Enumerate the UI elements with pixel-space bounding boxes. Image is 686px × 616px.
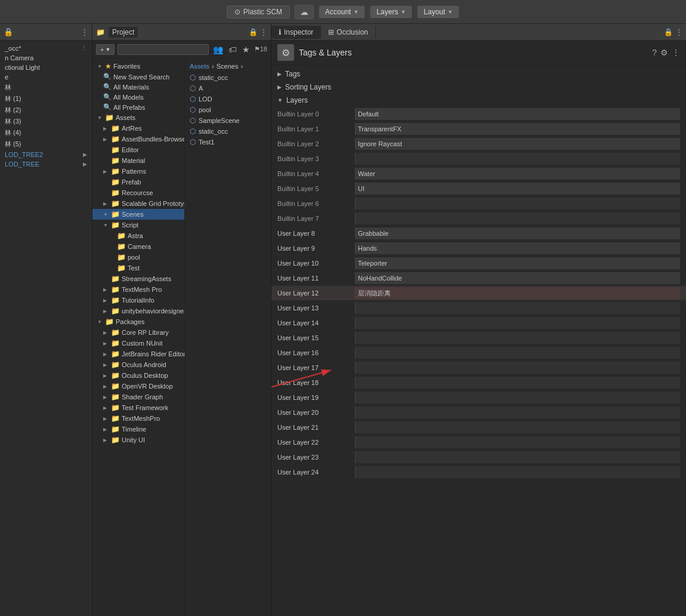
assetbundles-folder[interactable]: ▶ 📁 AssetBundles-Browser-m — [92, 134, 184, 144]
oculus-android-folder[interactable]: ▶ 📁 Oculus Android — [92, 359, 184, 370]
astra-folder[interactable]: ▶ 📁 Astra — [92, 230, 184, 241]
patterns-folder[interactable]: ▶ 📁 Patterns — [92, 166, 184, 177]
layer-input-15[interactable] — [355, 332, 680, 344]
cloud-button[interactable]: ☁ — [295, 5, 314, 19]
account-button[interactable]: Account ▼ — [319, 5, 365, 19]
more-icon[interactable]: ⋮ — [81, 28, 88, 36]
layer-input-6[interactable] — [355, 198, 680, 210]
left-item-camera[interactable]: n Camera — [0, 53, 92, 63]
tab-inspector[interactable]: ℹ Inspector — [271, 26, 321, 39]
more-icon[interactable]: ⋮ — [675, 28, 682, 36]
packages-header[interactable]: ▼ 📁 Packages — [92, 316, 184, 327]
layer-input-9[interactable] — [355, 242, 680, 254]
scene-static-occ[interactable]: ⬡ static_occ — [185, 72, 271, 83]
layer-input-16[interactable] — [355, 347, 680, 359]
pool-folder[interactable]: ▶ 📁 pool — [92, 252, 184, 263]
all-prefabs[interactable]: 🔍 All Prefabs — [92, 102, 184, 112]
material-folder[interactable]: ▶ 📁 Material — [92, 155, 184, 166]
scenes-folder[interactable]: ▼ 📁 Scenes — [92, 209, 184, 220]
all-materials[interactable]: 🔍 All Materials — [92, 82, 184, 92]
jetbrains-folder[interactable]: ▶ 📁 JetBrains Rider Editor — [92, 349, 184, 359]
help-icon[interactable]: ? — [652, 48, 657, 57]
unityui-folder[interactable]: ▶ 📁 Unity UI — [92, 435, 184, 445]
search-input[interactable] — [118, 44, 208, 55]
scene-pool[interactable]: ⬡ pool — [185, 104, 271, 115]
all-models[interactable]: 🔍 All Models — [92, 92, 184, 102]
more-icon[interactable]: ⋮ — [260, 28, 267, 36]
layer-input-0[interactable] — [355, 108, 680, 120]
scene-lod[interactable]: ⬡ LOD — [185, 94, 271, 104]
breadcrumb-scenes[interactable]: Scenes — [217, 63, 239, 70]
more-icon[interactable]: ⋮ — [672, 48, 680, 57]
coreRP-folder[interactable]: ▶ 📁 Core RP Library — [92, 327, 184, 338]
left-item-lin1[interactable]: 林 (1) — [0, 93, 92, 104]
layout-button[interactable]: Layout ▼ — [417, 5, 459, 19]
editor-folder[interactable]: ▶ 📁 Editor — [92, 144, 184, 155]
left-item-lod-tree[interactable]: LOD_TREE ▶ — [0, 159, 92, 169]
new-saved-search[interactable]: 🔍 New Saved Search — [92, 72, 184, 82]
layer-input-3[interactable] — [355, 153, 680, 165]
layer-input-7[interactable] — [355, 212, 680, 224]
oculus-desktop-folder[interactable]: ▶ 📁 Oculus Desktop — [92, 370, 184, 381]
tab-project[interactable]: Project — [109, 27, 138, 38]
recourcse-folder[interactable]: ▶ 📁 Recourcse — [92, 187, 184, 198]
layer-input-23[interactable] — [355, 451, 680, 463]
left-item-lin3[interactable]: 林 (3) — [0, 116, 92, 127]
layer-input-14[interactable] — [355, 317, 680, 329]
left-item-lin4[interactable]: 林 (4) — [0, 127, 92, 138]
left-item-light[interactable]: ctional Light — [0, 63, 92, 72]
scene-test1[interactable]: ⬡ Test1 — [185, 137, 271, 147]
prefab-folder[interactable]: ▶ 📁 Prefab — [92, 177, 184, 187]
shadergraph-folder[interactable]: ▶ 📁 Shader Graph — [92, 392, 184, 402]
openvr-folder[interactable]: ▶ 📁 OpenVR Desktop — [92, 381, 184, 392]
scene-sample[interactable]: ⬡ SampleScene — [185, 115, 271, 126]
layer-input-19[interactable] — [355, 392, 680, 404]
layer-input-17[interactable] — [355, 362, 680, 374]
tags-section-header[interactable]: ▶ Tags — [271, 67, 686, 81]
add-button[interactable]: + ▼ — [96, 44, 115, 55]
layers-button[interactable]: Layers ▼ — [370, 5, 412, 19]
layers-section-header[interactable]: ▼ Layers — [271, 94, 686, 107]
scene-static-occ2[interactable]: ⬡ static_occ — [185, 126, 271, 137]
settings-icon[interactable]: ⚙ — [660, 48, 668, 57]
left-item-lin[interactable]: 林 — [0, 82, 92, 93]
test-folder[interactable]: ▶ 📁 Test — [92, 263, 184, 273]
scene-a[interactable]: ⬡ A — [185, 83, 271, 94]
layer-input-18[interactable] — [355, 377, 680, 389]
sorting-layers-section-header[interactable]: ▶ Sorting Layers — [271, 81, 686, 94]
textmeshpro-folder[interactable]: ▶ 📁 TextMesh Pro — [92, 284, 184, 295]
layer-input-4[interactable] — [355, 168, 680, 180]
layer-input-21[interactable] — [355, 421, 680, 433]
layer-input-22[interactable] — [355, 436, 680, 448]
tab-occlusion[interactable]: ⊞ Occlusion — [321, 26, 376, 39]
more-icon[interactable]: ⋮ — [81, 44, 87, 52]
unity-behavior-folder[interactable]: ▶ 📁 unitybehaviordesigner-m — [92, 306, 184, 316]
breadcrumb-assets[interactable]: Assets — [190, 63, 209, 70]
customNunit-folder[interactable]: ▶ 📁 Custom NUnit — [92, 338, 184, 349]
left-item-lin5[interactable]: 林 (5) — [0, 138, 92, 150]
layer-input-10[interactable] — [355, 257, 680, 269]
layer-input-20[interactable] — [355, 406, 680, 418]
favorites-header[interactable]: ▼ ★ Favorites — [92, 61, 184, 72]
left-item-lod-tree2[interactable]: LOD_TREE2 ▶ — [0, 150, 92, 159]
timeline-folder[interactable]: ▶ 📁 Timeline — [92, 424, 184, 435]
artres-folder[interactable]: ▶ 📁 ArtRes — [92, 123, 184, 134]
assets-header[interactable]: ▼ 📁 Assets — [92, 112, 184, 123]
tutorialinfo-folder[interactable]: ▶ 📁 TutorialInfo — [92, 295, 184, 306]
left-item-e[interactable]: e — [0, 72, 92, 82]
script-folder[interactable]: ▼ 📁 Script — [92, 220, 184, 230]
layer-input-5[interactable] — [355, 183, 680, 195]
testframework-folder[interactable]: ▶ 📁 Test Framework — [92, 402, 184, 413]
layer-input-12[interactable] — [355, 287, 680, 299]
layer-input-8[interactable] — [355, 227, 680, 239]
left-item-lin2[interactable]: 林 (2) — [0, 104, 92, 116]
plastic-scm-button[interactable]: ⊙ Plastic SCM — [227, 5, 290, 19]
star-icon[interactable]: ★ — [241, 44, 251, 56]
people-icon[interactable]: 👥 — [212, 44, 224, 56]
left-item-occ[interactable]: _occ* ⋮ — [0, 43, 92, 53]
layer-input-24[interactable] — [355, 466, 680, 478]
layer-input-13[interactable] — [355, 302, 680, 314]
layer-input-11[interactable] — [355, 272, 680, 284]
layer-input-2[interactable] — [355, 138, 680, 150]
textmeshpro2-folder[interactable]: ▶ 📁 TextMeshPro — [92, 413, 184, 424]
